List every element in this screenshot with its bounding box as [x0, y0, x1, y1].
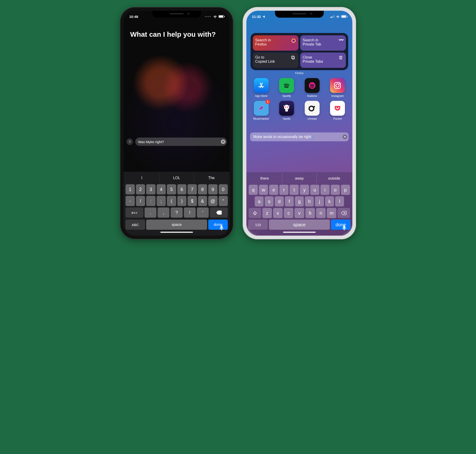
dictation-icon[interactable]: [342, 225, 346, 232]
siri-text-input[interactable]: Was Myke right? ✕: [135, 137, 227, 146]
spotlight-input[interactable]: Myke tends to occasionally be right ✕: [250, 132, 349, 141]
key[interactable]: ": [219, 196, 228, 206]
key[interactable]: s: [265, 196, 274, 207]
app-app-store[interactable]: App Store: [250, 78, 272, 98]
key[interactable]: 0: [219, 184, 228, 195]
phone-left: 10:48 What can I help you with? ? Was My…: [120, 7, 233, 239]
key[interactable]: 6: [177, 184, 187, 195]
clear-input-button[interactable]: ✕: [343, 135, 347, 139]
instagram-icon: [330, 78, 345, 93]
key-shift[interactable]: [249, 208, 261, 218]
location-icon: ➤: [262, 15, 267, 19]
key-backspace[interactable]: [210, 207, 228, 218]
key[interactable]: x: [273, 208, 283, 218]
suggestion[interactable]: The: [194, 173, 229, 183]
key[interactable]: /: [136, 196, 145, 206]
widget-tile-close-private[interactable]: ClosePrivate Tabs: [300, 53, 346, 68]
widget-tile-private-search[interactable]: Search inPrivate Tab: [300, 35, 346, 51]
key-space[interactable]: space: [146, 219, 207, 230]
key[interactable]: h: [305, 196, 314, 207]
siri-help-button[interactable]: ?: [126, 138, 133, 145]
key[interactable]: w: [259, 185, 268, 195]
widget-tile-search-firefox[interactable]: Search inFirefox: [253, 35, 299, 51]
key[interactable]: 7: [188, 184, 197, 195]
notification-badge: 1: [265, 99, 270, 104]
suggestion[interactable]: I: [125, 173, 159, 183]
key[interactable]: f: [285, 196, 294, 207]
key[interactable]: y: [300, 185, 309, 195]
app-apollo[interactable]: Apollo: [276, 101, 298, 120]
app-label: Instagram: [331, 94, 344, 98]
app-unread[interactable]: Unread: [301, 101, 323, 120]
firefox-widget: Search inFirefox Search inPrivate Tab Go…: [251, 33, 348, 70]
battery-icon: [341, 15, 347, 18]
key-abc[interactable]: ABC: [125, 219, 145, 230]
key[interactable]: 2: [136, 184, 145, 195]
key[interactable]: 1: [125, 184, 135, 195]
key[interactable]: u: [310, 185, 319, 195]
suggestion[interactable]: there: [247, 174, 282, 183]
key[interactable]: @: [208, 196, 218, 206]
wifi-icon: [213, 15, 217, 18]
key[interactable]: 5: [167, 184, 176, 195]
key[interactable]: ?: [171, 207, 183, 218]
suggestion[interactable]: away: [282, 174, 317, 183]
key[interactable]: -: [125, 196, 135, 206]
key-123[interactable]: 123: [248, 219, 268, 230]
key[interactable]: !: [184, 207, 196, 218]
app-musicharbor[interactable]: 1 MusicHarbor: [250, 101, 272, 120]
dictation-icon[interactable]: [219, 225, 223, 232]
status-bar: 11:32 ➤: [246, 11, 352, 21]
app-pocket[interactable]: Pocket: [327, 101, 348, 120]
key[interactable]: 8: [198, 184, 207, 195]
status-time: 10:48: [129, 15, 138, 19]
pocket-icon: [330, 101, 345, 116]
key[interactable]: m: [327, 208, 336, 218]
key[interactable]: &: [198, 196, 207, 206]
key[interactable]: $: [188, 196, 197, 206]
key[interactable]: q: [249, 185, 258, 195]
app-spotify[interactable]: Spotify: [276, 78, 298, 98]
key[interactable]: a: [255, 196, 264, 207]
app-stations[interactable]: Stations: [301, 78, 323, 98]
key[interactable]: b: [305, 208, 315, 218]
key[interactable]: k: [325, 196, 334, 207]
key[interactable]: 4: [157, 184, 166, 195]
widget-label: Firefox: [246, 72, 352, 75]
key[interactable]: 3: [146, 184, 155, 195]
key[interactable]: r: [279, 185, 288, 195]
key-symbols[interactable]: #+=: [125, 207, 143, 218]
key[interactable]: e: [269, 185, 278, 195]
key-done[interactable]: done: [208, 219, 228, 230]
key[interactable]: n: [316, 208, 326, 218]
key-backspace[interactable]: [338, 208, 350, 218]
app-instagram[interactable]: Instagram: [327, 78, 348, 98]
key[interactable]: p: [341, 185, 350, 195]
key[interactable]: 9: [208, 184, 218, 195]
key[interactable]: g: [295, 196, 304, 207]
key[interactable]: l: [335, 196, 344, 207]
key[interactable]: j: [315, 196, 324, 207]
key[interactable]: ): [177, 196, 187, 206]
key[interactable]: ': [197, 207, 209, 218]
clear-input-button[interactable]: ✕: [221, 139, 225, 144]
key[interactable]: (: [167, 196, 176, 206]
key[interactable]: v: [294, 208, 304, 218]
key[interactable]: ,: [158, 207, 169, 218]
key-space[interactable]: space: [269, 219, 330, 230]
suggestion[interactable]: LOL: [159, 173, 194, 183]
home-indicator[interactable]: [160, 232, 193, 233]
key[interactable]: z: [262, 208, 272, 218]
home-indicator[interactable]: [283, 232, 316, 233]
key[interactable]: o: [331, 185, 340, 195]
key[interactable]: .: [145, 207, 156, 218]
key[interactable]: i: [321, 185, 330, 195]
key[interactable]: ;: [157, 196, 166, 206]
key[interactable]: t: [290, 185, 299, 195]
suggestion[interactable]: outside: [316, 174, 351, 183]
key[interactable]: :: [146, 196, 155, 206]
key-done[interactable]: done: [331, 219, 351, 230]
key[interactable]: d: [275, 196, 284, 207]
key[interactable]: c: [284, 208, 293, 218]
widget-tile-copied-link[interactable]: Go toCopied Link: [253, 53, 299, 68]
